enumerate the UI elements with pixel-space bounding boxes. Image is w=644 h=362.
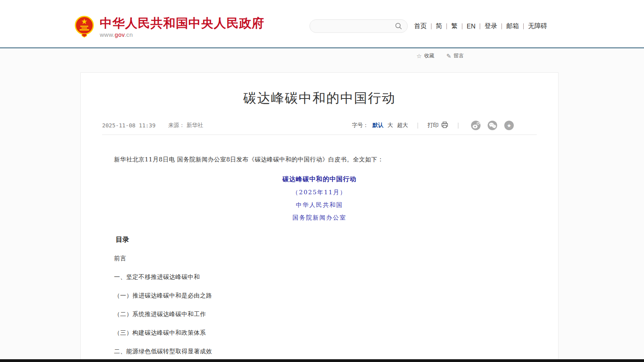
wechat-share-icon[interactable] (488, 121, 497, 130)
font-size-large[interactable]: 大 (388, 122, 393, 129)
site-logo[interactable]: 中华人民共和国中央人民政府 www.gov.cn (74, 15, 264, 40)
search-bar (310, 19, 408, 33)
toc-item-1-2: （二）系统推进碳达峰碳中和工作 (114, 311, 537, 318)
toolbar-separator (418, 123, 418, 129)
weibo-share-icon[interactable] (471, 121, 481, 130)
source: 来源： 新华社 (168, 122, 203, 129)
nav-separator (480, 23, 480, 29)
viewport-bottom-bar (0, 359, 644, 362)
font-size-xlarge[interactable]: 超大 (397, 122, 408, 129)
meta-left: 2025-11-08 11:39 来源： 新华社 (102, 122, 203, 129)
toolbar-separator (458, 123, 458, 129)
toc-item-1: 一、坚定不移推进碳达峰碳中和 (114, 274, 537, 281)
site-url: www.gov.cn (100, 31, 264, 38)
nav-home[interactable]: 首页 (414, 22, 427, 30)
toc-heading: 目录 (116, 235, 537, 244)
search-input[interactable] (316, 23, 395, 29)
site-header: 中华人民共和国中央人民政府 www.gov.cn 首页 简 繁 EN 登录 邮箱… (0, 0, 644, 47)
favorite-share-icon[interactable]: ★ (504, 121, 514, 130)
nav-separator (446, 23, 447, 29)
nav-separator (502, 23, 502, 29)
pencil-icon: ✎ (446, 53, 451, 59)
national-emblem-icon (74, 15, 94, 40)
document-date: （2025年11月） (102, 189, 537, 196)
nav-accessibility[interactable]: 无障碍 (528, 22, 547, 30)
document-author-line1: 中华人民共和国 (102, 201, 537, 209)
site-title: 中华人民共和国中央人民政府 (100, 17, 264, 30)
message-button[interactable]: ✎ 留言 (446, 52, 464, 59)
quick-actions: ☆ 收藏 ✎ 留言 (416, 52, 464, 59)
font-size-default[interactable]: 默认 (372, 122, 384, 129)
source-value: 新华社 (186, 122, 203, 128)
source-label: 来源： (168, 122, 185, 128)
favorite-button[interactable]: ☆ 收藏 (416, 52, 434, 59)
publish-date: 2025-11-08 11:39 (102, 122, 156, 129)
star-outline-icon: ☆ (416, 53, 422, 59)
message-label: 留言 (454, 52, 464, 59)
meta-toolbar: 字号： 默认 大 超大 打印 (352, 121, 514, 130)
article-meta: 2025-11-08 11:39 来源： 新华社 字号： 默认 大 超大 打印 (102, 121, 537, 130)
star-icon: ★ (507, 123, 511, 128)
page-title: 碳达峰碳中和的中国行动 (102, 89, 537, 107)
toc-item-preface: 前言 (114, 255, 537, 262)
document-title: 碳达峰碳中和的中国行动 (102, 175, 537, 184)
toc-item-1-3: （三）构建碳达峰碳中和政策体系 (114, 330, 537, 336)
lead-paragraph: 新华社北京11月8日电 国务院新闻办公室8日发布《碳达峰碳中和的中国行动》白皮书… (102, 155, 537, 163)
nav-separator (462, 23, 462, 29)
nav-separator (431, 23, 431, 29)
nav-login[interactable]: 登录 (484, 22, 497, 30)
nav-mail[interactable]: 邮箱 (506, 22, 519, 30)
toc-list: 前言 一、坚定不移推进碳达峰碳中和 （一）推进碳达峰碳中和是必由之路 （二）系统… (114, 255, 537, 362)
nav-traditional[interactable]: 繁 (451, 22, 458, 30)
toc-item-1-1: （一）推进碳达峰碳中和是必由之路 (114, 292, 537, 299)
search-icon[interactable] (395, 22, 403, 30)
nav-simplified[interactable]: 简 (436, 22, 442, 30)
meta-divider (102, 135, 537, 135)
font-size-label: 字号： (352, 122, 369, 129)
nav-english[interactable]: EN (467, 23, 475, 30)
favorite-label: 收藏 (424, 52, 434, 59)
print-label: 打印 (427, 122, 439, 129)
printer-icon (441, 121, 448, 130)
top-nav: 首页 简 繁 EN 登录 邮箱 无障碍 (414, 22, 547, 30)
document-author-line2: 国务院新闻办公室 (102, 214, 537, 222)
article-body: 新华社北京11月8日电 国务院新闻办公室8日发布《碳达峰碳中和的中国行动》白皮书… (102, 155, 537, 362)
article-card: 碳达峰碳中和的中国行动 2025-11-08 11:39 来源： 新华社 字号：… (80, 72, 559, 362)
print-button[interactable]: 打印 (427, 121, 448, 130)
nav-separator (523, 23, 524, 29)
toc-item-2: 二、能源绿色低碳转型取得显著成效 (114, 348, 537, 355)
